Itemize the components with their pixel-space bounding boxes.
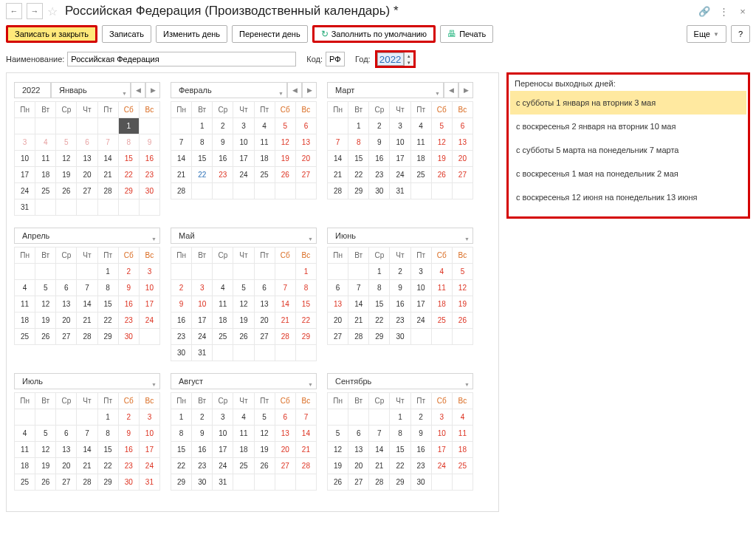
- calendar-day[interactable]: 28: [97, 183, 118, 199]
- calendar-day[interactable]: 12: [56, 151, 77, 167]
- calendar-day[interactable]: 4: [213, 280, 233, 296]
- calendar-day[interactable]: 13: [295, 134, 316, 151]
- calendar-day[interactable]: 9: [139, 134, 159, 151]
- calendar-day[interactable]: 13: [254, 296, 275, 313]
- calendar-day[interactable]: 21: [171, 167, 192, 183]
- calendar-day[interactable]: 22: [348, 167, 369, 183]
- calendar-day[interactable]: 13: [56, 442, 77, 458]
- calendar-day[interactable]: 10: [410, 280, 431, 296]
- calendar-day[interactable]: 15: [97, 296, 118, 313]
- calendar-day[interactable]: 9: [192, 426, 213, 442]
- month-name[interactable]: Июнь▼: [327, 228, 473, 244]
- calendar-day[interactable]: 24: [192, 329, 213, 345]
- calendar-day[interactable]: 30: [410, 474, 431, 491]
- calendar-day[interactable]: 19: [452, 296, 472, 313]
- fill-default-button[interactable]: ↻ Заполнить по умолчанию: [312, 25, 436, 43]
- calendar-day[interactable]: 1: [97, 409, 118, 426]
- calendar-day[interactable]: 13: [275, 426, 295, 442]
- calendar-day[interactable]: 9: [213, 134, 233, 151]
- calendar-day[interactable]: 11: [452, 426, 472, 442]
- calendar-day[interactable]: 29: [97, 329, 118, 345]
- calendar-day[interactable]: 31: [15, 199, 35, 216]
- calendar-day[interactable]: 30: [369, 183, 390, 199]
- calendar-day[interactable]: 6: [348, 426, 369, 442]
- calendar-day[interactable]: 12: [233, 296, 254, 313]
- calendar-day[interactable]: 24: [139, 313, 159, 329]
- calendar-day[interactable]: 2: [410, 409, 431, 426]
- calendar-day[interactable]: 2: [171, 280, 192, 296]
- year-input[interactable]: [377, 52, 404, 66]
- calendar-day[interactable]: 7: [328, 134, 348, 151]
- calendar-day[interactable]: 27: [452, 167, 472, 183]
- calendar-day[interactable]: 10: [213, 426, 233, 442]
- calendar-day[interactable]: 28: [77, 474, 97, 491]
- calendar-day[interactable]: 22: [369, 313, 390, 329]
- calendar-day[interactable]: 16: [390, 296, 410, 313]
- calendar-day[interactable]: 1: [369, 264, 390, 280]
- calendar-day[interactable]: 11: [213, 296, 233, 313]
- calendar-day[interactable]: 15: [390, 442, 410, 458]
- calendar-day[interactable]: 4: [233, 409, 254, 426]
- calendar-day[interactable]: 30: [118, 474, 139, 491]
- save-button[interactable]: Записать: [102, 25, 151, 43]
- year-up-button[interactable]: ▲: [405, 52, 413, 59]
- calendar-day[interactable]: 24: [15, 183, 35, 199]
- calendar-day[interactable]: 3: [390, 118, 410, 134]
- calendar-day[interactable]: 1: [171, 409, 192, 426]
- calendar-day[interactable]: 28: [369, 474, 390, 491]
- calendar-day[interactable]: 5: [275, 118, 295, 134]
- calendar-day[interactable]: 21: [295, 442, 316, 458]
- calendar-day[interactable]: 26: [35, 474, 56, 491]
- calendar-day[interactable]: 14: [171, 151, 192, 167]
- calendar-day[interactable]: 8: [171, 426, 192, 442]
- calendar-day[interactable]: 29: [348, 183, 369, 199]
- calendar-day[interactable]: 17: [431, 442, 452, 458]
- calendar-day[interactable]: 3: [213, 409, 233, 426]
- calendar-day[interactable]: 17: [390, 151, 410, 167]
- calendar-day[interactable]: 10: [233, 134, 254, 151]
- calendar-day[interactable]: 18: [213, 313, 233, 329]
- calendar-day[interactable]: 4: [431, 264, 452, 280]
- name-input[interactable]: [67, 52, 296, 66]
- month-name[interactable]: Май▼: [171, 228, 317, 244]
- calendar-day[interactable]: 19: [233, 313, 254, 329]
- calendar-day[interactable]: 8: [369, 280, 390, 296]
- calendar-day[interactable]: 11: [410, 134, 431, 151]
- calendar-day[interactable]: 25: [254, 167, 275, 183]
- calendar-day[interactable]: 25: [431, 313, 452, 329]
- calendar-day[interactable]: 29: [171, 474, 192, 491]
- calendar-day[interactable]: 22: [171, 458, 192, 474]
- transfer-item[interactable]: с субботы 1 января на вторник 3 мая: [510, 91, 746, 115]
- calendar-day[interactable]: 2: [213, 118, 233, 134]
- calendar-day[interactable]: 11: [15, 296, 35, 313]
- calendar-day[interactable]: 20: [56, 458, 77, 474]
- transfer-item[interactable]: с воскресенья 2 января на вторник 10 мая: [510, 115, 746, 138]
- month-name[interactable]: Июль▼: [14, 373, 160, 389]
- calendar-day[interactable]: 1: [295, 264, 316, 280]
- calendar-day[interactable]: 3: [15, 134, 35, 151]
- calendar-day[interactable]: 17: [192, 313, 213, 329]
- calendar-day[interactable]: 11: [431, 280, 452, 296]
- calendar-day[interactable]: 25: [213, 329, 233, 345]
- calendar-day[interactable]: 31: [139, 474, 159, 491]
- calendar-day[interactable]: 8: [192, 134, 213, 151]
- calendar-day[interactable]: 8: [295, 280, 316, 296]
- nav-back-button[interactable]: ←: [6, 3, 22, 19]
- calendar-day[interactable]: 18: [452, 442, 472, 458]
- calendar-day[interactable]: 6: [275, 409, 295, 426]
- print-button[interactable]: 🖶 Печать: [440, 25, 493, 43]
- calendar-day[interactable]: 20: [275, 442, 295, 458]
- calendar-day[interactable]: 30: [192, 474, 213, 491]
- calendar-day[interactable]: 5: [328, 426, 348, 442]
- calendar-day[interactable]: 23: [410, 458, 431, 474]
- calendar-day[interactable]: 18: [254, 151, 275, 167]
- calendar-day[interactable]: 17: [233, 151, 254, 167]
- calendar-day[interactable]: 28: [295, 458, 316, 474]
- calendar-day[interactable]: 1: [390, 409, 410, 426]
- calendar-day[interactable]: 25: [15, 474, 35, 491]
- nav-forward-button[interactable]: →: [27, 3, 43, 19]
- calendar-day[interactable]: 23: [118, 458, 139, 474]
- link-icon[interactable]: 🔗: [697, 4, 712, 18]
- calendar-day[interactable]: 28: [171, 183, 192, 199]
- calendar-day[interactable]: 5: [233, 280, 254, 296]
